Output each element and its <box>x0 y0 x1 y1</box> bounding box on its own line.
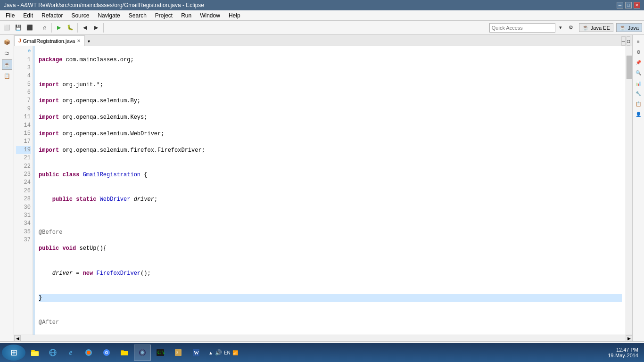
svg-rect-12 <box>121 351 128 355</box>
toolbar-print[interactable]: 🖨 <box>39 23 50 33</box>
quick-access-input[interactable] <box>489 23 555 33</box>
close-button[interactable]: ✕ <box>634 2 640 8</box>
systray-speaker[interactable]: 🔊 <box>215 349 222 356</box>
right-sidebar-icon-7[interactable]: 📋 <box>634 99 643 108</box>
menu-source[interactable]: Source <box>67 11 93 20</box>
quick-access-dropdown[interactable]: ▾ <box>555 23 566 33</box>
scroll-left-button[interactable]: ◀ <box>14 335 21 342</box>
code-content[interactable]: package com.mainclasses.org; import org.… <box>35 46 626 335</box>
right-sidebar-icon-6[interactable]: 🔧 <box>634 89 643 98</box>
toolbar-sep4 <box>103 23 104 33</box>
svg-text:S: S <box>176 351 178 355</box>
svg-point-7 <box>87 351 91 354</box>
sidebar-outline[interactable]: 📋 <box>2 71 12 81</box>
svg-rect-2 <box>31 352 39 356</box>
svg-rect-11 <box>121 350 124 351</box>
menu-search[interactable]: Search <box>125 11 150 20</box>
code-scrollbar[interactable] <box>626 46 632 335</box>
menu-navigate[interactable]: Navigate <box>94 11 124 20</box>
menu-file[interactable]: File <box>2 11 18 20</box>
toolbar-sep3 <box>77 23 78 33</box>
scrollbar-thumb[interactable] <box>627 56 632 79</box>
left-sidebar: 📦 🗂 ☕ 📋 <box>0 35 14 341</box>
perspective-javaee[interactable]: ☕ Java EE <box>579 23 613 32</box>
perspective-java[interactable]: ☕ Java <box>616 23 642 32</box>
start-button[interactable]: ⊞ <box>2 345 25 361</box>
right-sidebar-icon-3[interactable]: 📌 <box>634 58 643 67</box>
javaee-label: Java EE <box>591 25 610 31</box>
quick-access-box: ▾ ⚙ <box>489 23 576 33</box>
systray-network-icon[interactable]: 📶 <box>232 350 238 355</box>
svg-point-15 <box>141 351 144 354</box>
quick-access-settings[interactable]: ⚙ <box>566 23 576 33</box>
right-sidebar: ≡ ⚙ 📌 🔍 📊 🔧 📋 👤 <box>632 35 644 341</box>
java-file-icon: J <box>18 38 21 43</box>
menu-run[interactable]: Run <box>177 11 195 20</box>
sidebar-hierarchy[interactable]: 🗂 <box>2 48 12 58</box>
taskbar-chrome[interactable] <box>98 345 115 361</box>
taskbar-ie[interactable]: e <box>62 345 79 361</box>
right-sidebar-icon-4[interactable]: 🔍 <box>634 68 643 77</box>
menu-help[interactable]: Help <box>225 11 244 20</box>
menu-project[interactable]: Project <box>151 11 176 20</box>
systray-keyboard[interactable]: EN <box>224 350 231 355</box>
menu-edit[interactable]: Edit <box>19 11 37 20</box>
toolbar-sep2 <box>51 23 52 33</box>
tab-close-button[interactable]: ✕ <box>77 38 81 43</box>
tab-bar: J GmailRegistration.java ✕ ▾ ─ □ <box>14 35 632 46</box>
window-title: Java - A&WT ReWork/src/com/mainclasses/o… <box>4 2 204 8</box>
taskbar-systray: ▲ 🔊 EN 📶 <box>206 349 241 356</box>
javaee-icon: ☕ <box>582 25 589 31</box>
editor-maximize-button[interactable]: □ <box>627 36 630 46</box>
editor-area: J GmailRegistration.java ✕ ▾ ─ □ ⊖ 1 ⊖3 … <box>14 35 632 341</box>
svg-point-10 <box>106 352 107 354</box>
sidebar-package-explorer[interactable]: 📦 <box>2 37 12 47</box>
toolbar-run[interactable]: ▶ <box>54 23 64 33</box>
right-sidebar-icon-5[interactable]: 📊 <box>634 78 643 88</box>
taskbar-firefox[interactable] <box>80 345 97 361</box>
toolbar-next[interactable]: ▶ <box>91 23 101 33</box>
right-sidebar-icon-1[interactable]: ≡ <box>634 37 643 46</box>
line-numbers: ⊖ 1 ⊖3 4 5 6 7 9 11 ⊖14 15 17 19 <box>14 46 33 335</box>
svg-text:W: W <box>194 350 199 355</box>
toolbar: ⬜ 💾 ⬛ 🖨 ▶ 🐛 ◀ ▶ ▾ ⚙ ☕ Java EE ☕ Java <box>0 21 644 35</box>
java-label: Java <box>628 25 639 31</box>
main-area: 📦 🗂 ☕ 📋 J GmailRegistration.java ✕ ▾ ─ □… <box>0 35 644 341</box>
editor-tab-gmailregistration[interactable]: J GmailRegistration.java ✕ <box>14 35 85 46</box>
svg-rect-0 <box>31 350 35 351</box>
toolbar-save[interactable]: 💾 <box>13 23 24 33</box>
toolbar-debug[interactable]: 🐛 <box>65 23 75 33</box>
taskbar-network[interactable] <box>44 345 61 361</box>
title-bar: Java - A&WT ReWork/src/com/mainclasses/o… <box>0 0 644 10</box>
java-icon: ☕ <box>619 25 626 31</box>
minimize-button[interactable]: ─ <box>617 2 623 8</box>
toolbar-save-all[interactable]: ⬛ <box>25 23 35 33</box>
taskbar-eclipse[interactable] <box>134 345 151 361</box>
clock-date: 19-May-2014 <box>608 353 638 358</box>
scroll-right-button[interactable]: ▶ <box>626 335 632 342</box>
code-editor: ⊖ 1 ⊖3 4 5 6 7 9 11 ⊖14 15 17 19 <box>14 46 632 335</box>
window-controls: ─ □ ✕ <box>617 2 640 8</box>
editor-minimize-button[interactable]: ─ <box>621 36 626 46</box>
maximize-button[interactable]: □ <box>625 2 632 8</box>
toolbar-sep1 <box>37 23 37 33</box>
svg-text:C:\>: C:\> <box>157 351 165 355</box>
hscroll-track[interactable] <box>21 336 626 341</box>
taskbar-terminal[interactable]: C:\> <box>152 345 169 361</box>
menu-refactor[interactable]: Refactor <box>38 11 66 20</box>
toolbar-prev[interactable]: ◀ <box>80 23 90 33</box>
tab-filename: GmailRegistration.java <box>23 38 75 44</box>
systray-arrow[interactable]: ▲ <box>208 350 213 355</box>
taskbar-clock[interactable]: 12:47 PM 19-May-2014 <box>604 347 642 358</box>
tab-list-button[interactable]: ▾ <box>88 36 90 46</box>
taskbar-folder[interactable] <box>116 345 133 361</box>
menu-window[interactable]: Window <box>196 11 224 20</box>
taskbar-app1[interactable]: S <box>170 345 187 361</box>
horizontal-scrollbar[interactable]: ◀ ▶ <box>14 335 632 341</box>
toolbar-new[interactable]: ⬜ <box>2 23 12 33</box>
taskbar-file-explorer[interactable] <box>26 345 43 361</box>
right-sidebar-icon-8[interactable]: 👤 <box>634 109 643 119</box>
right-sidebar-icon-2[interactable]: ⚙ <box>634 47 643 57</box>
sidebar-java[interactable]: ☕ <box>2 59 12 70</box>
taskbar-word[interactable]: W <box>188 345 205 361</box>
